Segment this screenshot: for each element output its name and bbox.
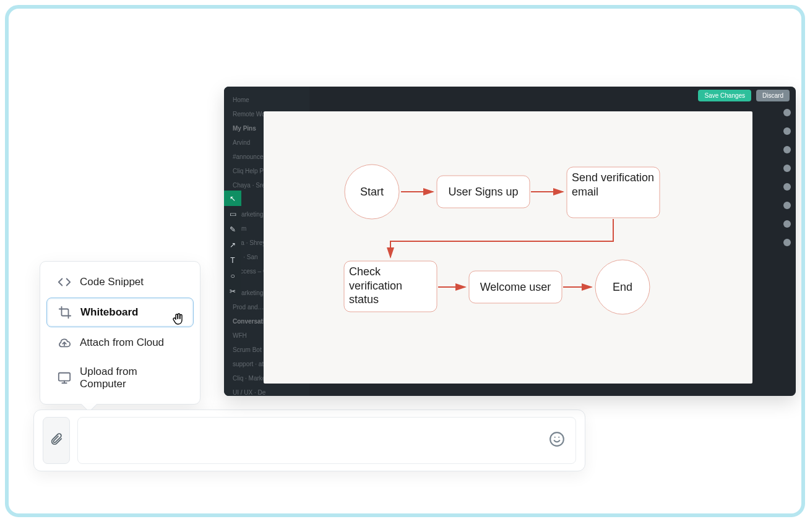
node-welcome-label: Welcome user xyxy=(480,281,551,293)
tool-arrow[interactable]: ↗ xyxy=(224,237,241,252)
arrow-email-to-check[interactable] xyxy=(390,219,613,257)
editor-right-icons xyxy=(783,109,793,246)
compose-input[interactable] xyxy=(77,417,576,464)
svg-point-3 xyxy=(550,432,564,446)
code-icon xyxy=(58,275,71,289)
popover-item-label: Code Snippet xyxy=(80,276,144,288)
presence-dot xyxy=(783,146,791,153)
presence-dot xyxy=(783,220,791,228)
tool-text[interactable]: T xyxy=(224,252,241,268)
tool-shape[interactable]: ▭ xyxy=(224,206,241,221)
whiteboard-toolbar: ↖ ▭ ✎ ↗ T ○ ✂ xyxy=(224,191,241,299)
shape-icon: ▭ xyxy=(230,210,236,218)
pen-icon: ✎ xyxy=(230,225,236,234)
node-end-label: End xyxy=(613,281,632,293)
presence-dot xyxy=(783,239,791,246)
emoji-button[interactable] xyxy=(548,431,566,450)
node-send-email-label: Send verification email xyxy=(572,171,655,199)
tool-crop[interactable]: ✂ xyxy=(224,283,241,299)
node-signup-label: User Signs up xyxy=(448,186,518,198)
save-changes-button[interactable]: Save Changes xyxy=(698,90,751,101)
presence-dot xyxy=(783,202,791,209)
cloud-icon xyxy=(58,336,71,350)
presence-dot xyxy=(783,127,791,135)
node-start-label: Start xyxy=(360,186,384,198)
presence-dot xyxy=(783,183,791,191)
popover-item-upload-computer[interactable]: Upload from Computer xyxy=(46,358,194,398)
emoji-icon xyxy=(549,431,565,450)
text-icon: T xyxy=(230,256,235,265)
popover-item-label: Whiteboard xyxy=(80,306,139,319)
whiteboard-editor: HomeRemote WorkMy PinsArvind#announcemen… xyxy=(224,87,796,396)
crop-tool-icon: ✂ xyxy=(230,287,236,296)
flowchart-svg: Start User Signs up Send verification em… xyxy=(264,111,752,384)
tool-select[interactable]: ↖ xyxy=(224,191,241,206)
presence-dot xyxy=(783,109,791,116)
compose-bar xyxy=(33,410,585,471)
attachment-popover: Code Snippet Whiteboard Attach from Clou… xyxy=(40,261,200,405)
paperclip-icon xyxy=(50,432,63,448)
cursor-icon: ↖ xyxy=(230,194,236,203)
attach-button[interactable] xyxy=(43,417,70,464)
node-check-status-label: Check verification status xyxy=(349,265,432,307)
monitor-icon xyxy=(58,371,71,385)
popover-item-attach-cloud[interactable]: Attach from Cloud xyxy=(46,328,194,357)
crop-icon xyxy=(58,306,72,319)
tool-comment[interactable]: ○ xyxy=(224,268,241,283)
comment-icon: ○ xyxy=(230,272,235,280)
popover-item-code-snippet[interactable]: Code Snippet xyxy=(46,268,194,296)
popover-item-whiteboard[interactable]: Whiteboard xyxy=(46,298,194,327)
svg-rect-0 xyxy=(59,373,70,381)
discard-button[interactable]: Discard xyxy=(756,90,790,101)
tool-pen[interactable]: ✎ xyxy=(224,221,241,237)
arrow-icon: ↗ xyxy=(230,241,236,249)
whiteboard-canvas[interactable]: Start User Signs up Send verification em… xyxy=(264,111,752,384)
popover-item-label: Attach from Cloud xyxy=(80,337,164,349)
popover-item-label: Upload from Computer xyxy=(80,366,183,390)
app-frame: Code Snippet Whiteboard Attach from Clou… xyxy=(5,5,805,517)
editor-topbar: Save Changes Discard xyxy=(224,87,796,104)
presence-dot xyxy=(783,165,791,172)
